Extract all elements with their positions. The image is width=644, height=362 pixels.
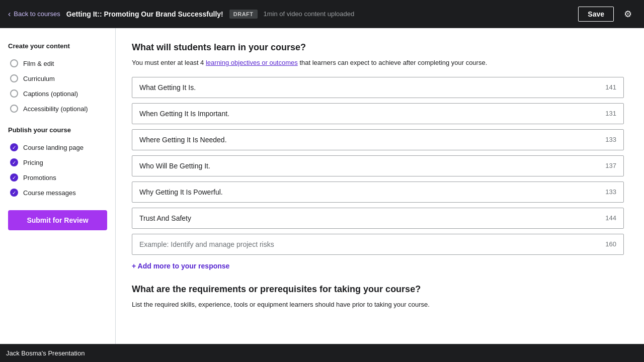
back-arrow-icon: ‹: [8, 10, 11, 19]
submit-for-review-button[interactable]: Submit for Review: [8, 210, 107, 230]
publish-section-title: Publish your course: [8, 126, 107, 134]
learning-input-empty[interactable]: [132, 234, 605, 254]
upload-status: 1min of video content uploaded: [264, 10, 573, 18]
char-count-0: 141: [605, 83, 623, 91]
create-content-section-title: Create your content: [8, 42, 107, 50]
section1-desc-before: You must enter at least 4: [132, 59, 206, 66]
settings-gear-button[interactable]: ⚙: [620, 7, 636, 22]
sidebar: Create your content Film & edit Curricul…: [0, 28, 116, 344]
taskbar-label: Jack Bosma's Presentation: [6, 349, 85, 357]
topbar: ‹ Back to courses Getting It:: Promoting…: [0, 0, 644, 28]
learning-item-3: 137: [132, 155, 624, 176]
sidebar-item-course-messages[interactable]: ✓ Course messages: [8, 185, 107, 200]
learning-input-4[interactable]: [132, 182, 605, 202]
sidebar-label-captions: Captions (optional): [23, 90, 78, 98]
back-to-courses-link[interactable]: ‹ Back to courses: [8, 10, 60, 19]
section1-description: You must enter at least 4 learning objec…: [132, 58, 624, 68]
learning-input-3[interactable]: [132, 156, 605, 176]
add-more-link[interactable]: + Add more to your response: [132, 262, 229, 270]
taskbar: Jack Bosma's Presentation: [0, 344, 644, 362]
radio-accessibility: [10, 105, 18, 113]
draft-badge: DRAFT: [229, 10, 258, 19]
learning-item-0: 141: [132, 77, 624, 98]
save-button[interactable]: Save: [578, 7, 614, 22]
sidebar-label-course-messages: Course messages: [23, 189, 76, 197]
check-course-landing: ✓: [10, 143, 18, 151]
sidebar-item-curriculum[interactable]: Curriculum: [8, 71, 107, 86]
learning-item-2: 133: [132, 129, 624, 150]
char-count-4: 133: [605, 188, 623, 196]
check-pricing: ✓: [10, 158, 18, 166]
sidebar-label-course-landing: Course landing page: [23, 144, 84, 151]
learning-input-0[interactable]: [132, 77, 605, 98]
radio-curriculum: [10, 74, 18, 82]
check-promotions: ✓: [10, 173, 18, 182]
course-title: Getting It:: Promoting Our Brand Success…: [66, 10, 223, 18]
section2-description: List the required skills, experience, to…: [132, 300, 624, 310]
char-count-2: 133: [605, 136, 623, 143]
sidebar-item-course-landing[interactable]: ✓ Course landing page: [8, 140, 107, 155]
char-count-3: 137: [605, 162, 623, 169]
radio-film-edit: [10, 59, 18, 67]
content-area: What will students learn in your course?…: [116, 28, 644, 344]
learning-item-4: 133: [132, 182, 624, 203]
sidebar-label-pricing: Pricing: [23, 159, 43, 166]
learning-input-1[interactable]: [132, 104, 605, 124]
char-count-5: 144: [605, 214, 623, 222]
sidebar-item-film-edit[interactable]: Film & edit: [8, 56, 107, 71]
sidebar-label-curriculum: Curriculum: [23, 75, 55, 82]
radio-captions: [10, 89, 18, 98]
learning-objectives-link[interactable]: learning objectives or outcomes: [206, 59, 298, 66]
main-layout: Create your content Film & edit Curricul…: [0, 28, 644, 344]
learning-item-empty: 160: [132, 234, 624, 255]
learning-input-2[interactable]: [132, 130, 605, 150]
check-course-messages: ✓: [10, 189, 18, 197]
sidebar-label-accessibility: Accessibility (optional): [23, 105, 88, 113]
sidebar-label-promotions: Promotions: [23, 174, 56, 182]
char-count-1: 131: [605, 110, 623, 117]
sidebar-label-film-edit: Film & edit: [23, 60, 54, 67]
sidebar-item-pricing[interactable]: ✓ Pricing: [8, 155, 107, 170]
sidebar-item-captions[interactable]: Captions (optional): [8, 86, 107, 101]
learning-item-1: 131: [132, 103, 624, 124]
section1-desc-after: that learners can expect to achieve afte…: [298, 59, 487, 66]
section2-heading: What are the requirements or prerequisit…: [132, 284, 624, 295]
learning-item-5: 144: [132, 208, 624, 229]
learning-input-5[interactable]: [132, 208, 605, 228]
section1-heading: What will students learn in your course?: [132, 42, 624, 53]
back-label: Back to courses: [14, 10, 60, 18]
sidebar-item-promotions[interactable]: ✓ Promotions: [8, 170, 107, 185]
sidebar-item-accessibility[interactable]: Accessibility (optional): [8, 101, 107, 116]
char-count-empty: 160: [605, 240, 623, 248]
